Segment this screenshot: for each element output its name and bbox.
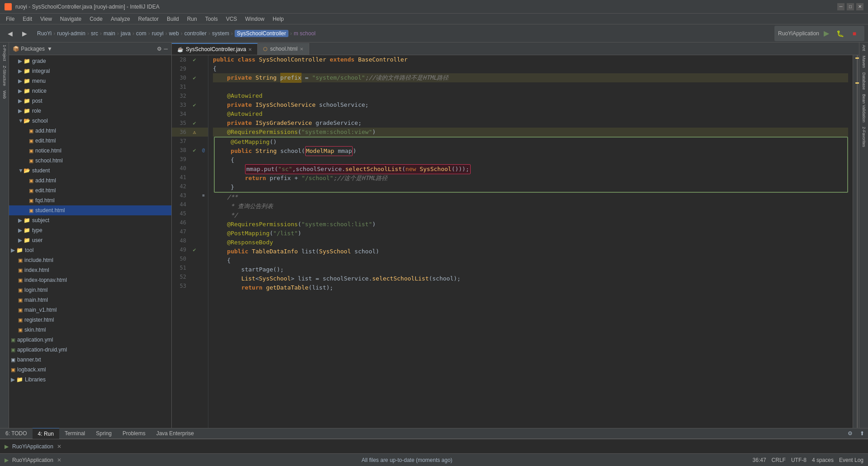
tab-sysschool-close[interactable]: ✕	[248, 47, 252, 52]
tree-item-banner-txt[interactable]: ▣ banner.txt	[9, 355, 171, 365]
tree-item-skin-html[interactable]: ▣ skin.html	[9, 325, 171, 335]
tab-java-enterprise[interactable]: Java Enterprise	[151, 428, 199, 439]
forward-button[interactable]: ▶	[18, 27, 31, 40]
tree-item-role[interactable]: ▶ 📁 role	[9, 106, 171, 116]
tree-item-type[interactable]: ▶ 📁 type	[9, 225, 171, 235]
tab-school-html-close[interactable]: ✕	[300, 47, 303, 52]
minimize-button[interactable]: ─	[837, 3, 844, 10]
code-editor[interactable]: public class SysSchoolController extends…	[208, 55, 853, 428]
tree-item-index-html[interactable]: ▣ index.html	[9, 265, 171, 275]
tree-item-post[interactable]: ▶ 📁 post	[9, 96, 171, 106]
tree-item-include-html[interactable]: ▣ include.html	[9, 255, 171, 265]
breadcrumb-system[interactable]: system	[212, 30, 229, 37]
menu-edit[interactable]: Edit	[19, 15, 36, 23]
tree-item-student-folder[interactable]: ▼ 📂 student	[9, 166, 171, 176]
maximize-button[interactable]: □	[847, 3, 854, 10]
breadcrumb-com[interactable]: com	[136, 30, 146, 37]
tab-terminal[interactable]: Terminal	[59, 428, 90, 439]
tree-item-grade[interactable]: ▶ 📁 grade	[9, 56, 171, 66]
tree-item-main-v1-html[interactable]: ▣ main_v1.html	[9, 305, 171, 315]
menu-run[interactable]: Run	[184, 15, 201, 23]
tree-item-edit-html[interactable]: ▣ edit.html	[9, 136, 171, 146]
tab-school-html[interactable]: ⬡ school.html ✕	[258, 43, 309, 55]
ant-validation-icon[interactable]: Ant	[862, 45, 866, 51]
tree-item-notice[interactable]: ▶ 📁 notice	[9, 86, 171, 96]
tree-item-student-add-html[interactable]: ▣ add.html	[9, 176, 171, 185]
debug-button[interactable]: 🐛	[834, 27, 846, 40]
favorites-right-icon[interactable]: 2-Favorites	[862, 127, 866, 147]
tab-run[interactable]: 4: Run	[33, 428, 59, 439]
settings-icon[interactable]: ⚙	[844, 430, 856, 437]
tree-item-student-edit-html[interactable]: ▣ edit.html	[9, 185, 171, 195]
encoding-indicator[interactable]: UTF-8	[791, 457, 807, 463]
back-button[interactable]: ◀	[4, 27, 16, 40]
close-button[interactable]: ✕	[856, 3, 863, 10]
event-log-right-icon[interactable]: Database	[862, 72, 866, 90]
tree-item-school-folder[interactable]: ▼ 📂 school	[9, 116, 171, 126]
tree-item-application-druid-yml[interactable]: ▣ application-druid.yml	[9, 345, 171, 355]
menu-refactor[interactable]: Refactor	[135, 15, 162, 23]
tree-item-student-html-selected[interactable]: ▣ student.html	[9, 205, 171, 215]
tab-todo[interactable]: 6: TODO	[0, 428, 33, 439]
project-close-icon[interactable]: ─	[164, 46, 168, 52]
tree-item-integral[interactable]: ▶ 📁 integral	[9, 66, 171, 76]
menu-code[interactable]: Code	[86, 15, 106, 23]
tree-item-logback-xml[interactable]: ▣ logback.xml	[9, 365, 171, 375]
breadcrumb-java[interactable]: java	[121, 30, 131, 37]
tree-item-subject[interactable]: ▶ 📁 subject	[9, 215, 171, 225]
tab-spring[interactable]: Spring	[90, 428, 117, 439]
indent-indicator[interactable]: 4 spaces	[812, 457, 834, 463]
tree-item-login-html[interactable]: ▣ login.html	[9, 285, 171, 295]
menu-view[interactable]: View	[37, 15, 56, 23]
line-ending-indicator[interactable]: CRLF	[772, 457, 786, 463]
breadcrumb-ruoyi[interactable]: RuoYi	[37, 30, 52, 37]
breadcrumb-ruoyi2[interactable]: ruoyi	[152, 30, 164, 37]
breadcrumb-web[interactable]: web	[169, 30, 179, 37]
tree-item-register-html[interactable]: ▣ register.html	[9, 315, 171, 325]
structure-tab-icon[interactable]: Z-Structure	[2, 66, 7, 86]
run-config-status[interactable]: RuoYiApplication	[12, 457, 53, 463]
event-log-button[interactable]: Event Log	[839, 457, 863, 463]
project-settings-icon[interactable]: ⚙	[157, 46, 162, 52]
menu-tools[interactable]: Tools	[202, 15, 222, 23]
menu-analyze[interactable]: Analyze	[107, 15, 134, 23]
scrollbar-gutter[interactable]	[853, 55, 859, 428]
tree-item-notice-html[interactable]: ▣ notice.html	[9, 146, 171, 156]
packages-dropdown[interactable]: ▼	[47, 46, 52, 52]
tree-item-school-html[interactable]: ▣ school.html	[9, 156, 171, 166]
web-tab-icon[interactable]: Web	[2, 90, 7, 99]
menu-help[interactable]: Help	[269, 15, 288, 23]
stop-button[interactable]: ■	[848, 27, 861, 40]
menu-navigate[interactable]: Navigate	[57, 15, 85, 23]
run-close-icon[interactable]: ✕	[57, 443, 61, 450]
tree-item-application-yml[interactable]: ▣ application.yml	[9, 335, 171, 345]
tree-item-fqd-html[interactable]: ▣ fqd.html	[9, 195, 171, 205]
breadcrumb-main[interactable]: main	[104, 30, 115, 37]
maven-icon[interactable]: Maven	[862, 56, 866, 68]
tree-item-libraries[interactable]: ▶ 📁 Libraries	[9, 375, 171, 385]
project-tab-icon[interactable]: 1-Project	[2, 45, 7, 61]
tree-item-main-html[interactable]: ▣ main.html	[9, 295, 171, 305]
run-close-status[interactable]: ✕	[57, 457, 61, 463]
position-indicator[interactable]: 36:47	[753, 457, 766, 463]
bean-validation-icon[interactable]: Bean Validation	[862, 94, 866, 122]
tree-item-add-html[interactable]: ▣ add.html	[9, 126, 171, 136]
breadcrumb-admin[interactable]: ruoyi-admin	[57, 30, 85, 37]
tab-sysschool[interactable]: ☕ SysSchoolController.java ✕	[172, 43, 258, 55]
menu-vcs[interactable]: VCS	[222, 15, 241, 23]
expand-icon[interactable]: ⬆	[856, 430, 868, 437]
menu-build[interactable]: Build	[163, 15, 183, 23]
tree-item-tool[interactable]: ▶ 📁 tool	[9, 245, 171, 255]
menu-file[interactable]: File	[2, 15, 18, 23]
tree-item-index-topnav[interactable]: ▣ index-topnav.html	[9, 275, 171, 285]
window-controls[interactable]: ─ □ ✕	[837, 3, 863, 10]
tree-item-user[interactable]: ▶ 📁 user	[9, 235, 171, 245]
breadcrumb-method[interactable]: m school	[294, 30, 316, 37]
menu-window[interactable]: Window	[241, 15, 268, 23]
run-button[interactable]: ▶	[821, 28, 832, 39]
tree-item-menu[interactable]: ▶ 📁 menu	[9, 76, 171, 86]
breadcrumb-src[interactable]: src	[91, 30, 98, 37]
breadcrumb-sysschool[interactable]: SysSchoolController	[235, 30, 288, 37]
tab-problems[interactable]: Problems	[117, 428, 151, 439]
breadcrumb-controller[interactable]: controller	[184, 30, 207, 37]
